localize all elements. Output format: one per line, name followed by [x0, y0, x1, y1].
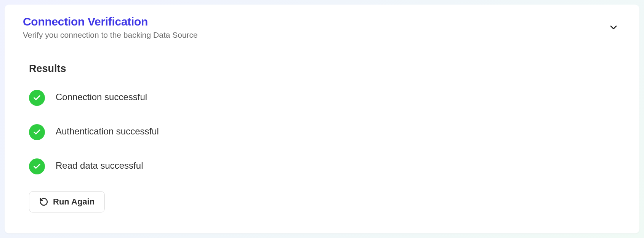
run-again-label: Run Again — [53, 197, 95, 207]
result-label: Read data successful — [56, 160, 143, 171]
result-label: Connection successful — [56, 92, 147, 102]
result-item: Connection successful — [29, 88, 615, 106]
chevron-down-icon — [608, 22, 619, 33]
result-item: Read data successful — [29, 157, 615, 174]
check-circle-icon — [29, 158, 45, 174]
result-list: Connection successful Authentication suc… — [29, 88, 615, 174]
collapse-toggle[interactable] — [608, 22, 619, 34]
verification-card: Connection Verification Verify you conne… — [5, 5, 639, 233]
card-body: Results Connection successful Authentica… — [5, 49, 639, 225]
header-text-group: Connection Verification Verify you conne… — [23, 15, 198, 40]
refresh-icon — [39, 197, 48, 206]
result-item: Authentication successful — [29, 123, 615, 140]
card-header: Connection Verification Verify you conne… — [5, 5, 639, 49]
results-heading: Results — [29, 63, 615, 75]
run-again-button[interactable]: Run Again — [29, 191, 105, 212]
check-circle-icon — [29, 90, 45, 106]
card-title: Connection Verification — [23, 15, 198, 28]
result-label: Authentication successful — [56, 126, 159, 137]
check-circle-icon — [29, 124, 45, 140]
card-subtitle: Verify you connection to the backing Dat… — [23, 30, 198, 40]
